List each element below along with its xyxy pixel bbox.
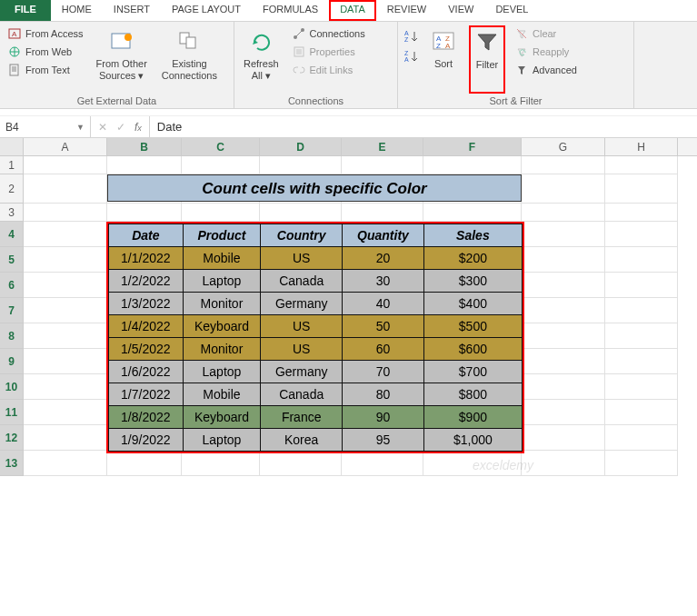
table-row[interactable]: 1/1/2022MobileUS20$200 (109, 247, 523, 270)
table-cell[interactable]: 1/6/2022 (109, 361, 184, 383)
select-all-corner[interactable] (0, 138, 24, 155)
row-header-8[interactable]: 8 (0, 323, 24, 349)
table-cell[interactable]: Germany (261, 361, 343, 383)
table-cell[interactable]: 20 (343, 247, 424, 270)
column-header-C[interactable]: C (182, 138, 260, 155)
tab-insert[interactable]: INSERT (103, 0, 161, 21)
chevron-down-icon[interactable]: ▼ (76, 123, 85, 132)
cell[interactable] (605, 156, 678, 174)
cell[interactable] (24, 400, 107, 425)
table-cell[interactable]: Canada (261, 270, 343, 293)
column-header-F[interactable]: F (423, 138, 522, 155)
table-row[interactable]: 1/6/2022LaptopGermany70$700 (109, 361, 523, 383)
table-cell[interactable]: France (261, 406, 343, 429)
cell[interactable] (605, 349, 678, 374)
table-cell[interactable]: $200 (423, 247, 522, 270)
cell[interactable] (260, 156, 342, 174)
table-cell[interactable]: 1/2/2022 (109, 270, 184, 293)
table-row[interactable]: 1/4/2022KeyboardUS50$500 (109, 315, 523, 338)
table-cell[interactable]: US (261, 315, 343, 338)
sheet-title-cell[interactable]: Count cells with specific Color (107, 174, 522, 202)
cell[interactable] (522, 451, 605, 476)
table-cell[interactable]: 80 (343, 383, 424, 406)
column-header-D[interactable]: D (260, 138, 342, 155)
from-other-sources-button[interactable]: From Other Sources ▾ (93, 25, 151, 94)
table-cell[interactable]: $600 (423, 338, 522, 361)
table-cell[interactable]: Mobile (183, 247, 261, 270)
table-cell[interactable]: Keyboard (183, 406, 261, 429)
row-header-4[interactable]: 4 (0, 222, 24, 247)
cell[interactable] (24, 204, 107, 222)
table-cell[interactable]: Mobile (183, 383, 261, 406)
table-row[interactable]: 1/9/2022LaptopKorea95$1,000 (109, 429, 523, 452)
table-cell[interactable]: Korea (261, 429, 343, 452)
cell[interactable] (24, 374, 107, 400)
table-cell[interactable]: $400 (423, 293, 522, 315)
cell[interactable] (605, 451, 678, 476)
cell[interactable] (605, 425, 678, 451)
row-header-9[interactable]: 9 (0, 349, 24, 374)
cell[interactable] (522, 247, 605, 273)
table-cell[interactable]: $800 (423, 383, 522, 406)
table-row[interactable]: 1/3/2022MonitorGermany40$400 (109, 293, 523, 315)
advanced-button[interactable]: Advanced (513, 62, 579, 78)
row-header-2[interactable]: 2 (0, 174, 24, 204)
table-cell[interactable]: Monitor (183, 293, 261, 315)
table-cell[interactable]: Laptop (183, 429, 261, 452)
table-cell[interactable]: $900 (423, 406, 522, 429)
properties-button[interactable]: Properties (290, 44, 367, 60)
cell[interactable] (24, 425, 107, 451)
table-cell[interactable]: Laptop (183, 270, 261, 293)
cell[interactable] (423, 204, 522, 222)
table-cell[interactable]: Keyboard (183, 315, 261, 338)
cell[interactable] (522, 323, 605, 349)
column-header-E[interactable]: E (342, 138, 423, 155)
cell[interactable] (24, 273, 107, 298)
cell[interactable] (605, 222, 678, 247)
table-cell[interactable]: 1/9/2022 (109, 429, 184, 452)
table-cell[interactable]: $1,000 (423, 429, 522, 452)
from-text-button[interactable]: From Text (5, 62, 85, 78)
cell[interactable] (522, 349, 605, 374)
name-box[interactable]: B4▼ (0, 116, 91, 137)
tab-formulas[interactable]: FORMULAS (252, 0, 329, 21)
cell[interactable] (182, 204, 260, 222)
cell[interactable] (605, 204, 678, 222)
from-access-button[interactable]: A From Access (5, 25, 85, 42)
cell[interactable] (522, 400, 605, 425)
row-header-10[interactable]: 10 (0, 374, 24, 400)
table-cell[interactable]: 50 (343, 315, 424, 338)
edit-links-button[interactable]: Edit Links (290, 62, 367, 78)
cell[interactable] (522, 222, 605, 247)
table-cell[interactable]: 95 (343, 429, 424, 452)
table-cell[interactable]: 30 (343, 270, 424, 293)
cell[interactable] (522, 273, 605, 298)
column-header-G[interactable]: G (522, 138, 605, 155)
row-header-3[interactable]: 3 (0, 204, 24, 222)
cell[interactable] (522, 298, 605, 323)
reapply-button[interactable]: Reapply (513, 44, 579, 60)
sort-button[interactable]: AZZA Sort (425, 25, 462, 94)
tab-page-layout[interactable]: PAGE LAYOUT (161, 0, 252, 21)
cell[interactable] (605, 273, 678, 298)
row-header-11[interactable]: 11 (0, 400, 24, 425)
table-cell[interactable]: $300 (423, 270, 522, 293)
cell[interactable] (423, 451, 522, 476)
from-web-button[interactable]: From Web (5, 44, 85, 60)
table-cell[interactable]: 40 (343, 293, 424, 315)
cell[interactable] (423, 156, 522, 174)
tab-file[interactable]: FILE (0, 0, 51, 21)
table-header[interactable]: Product (183, 224, 261, 247)
cell[interactable] (522, 156, 605, 174)
formula-input[interactable]: Date (150, 116, 697, 137)
table-cell[interactable]: 70 (343, 361, 424, 383)
cell[interactable] (605, 247, 678, 273)
table-cell[interactable]: 1/3/2022 (109, 293, 184, 315)
spreadsheet-grid[interactable]: ABCDEFGH 12345678910111213 Count cells w… (0, 138, 697, 476)
existing-connections-button[interactable]: Existing Connections (158, 25, 221, 94)
cell[interactable] (24, 174, 107, 204)
tab-data[interactable]: DATA (329, 0, 376, 21)
table-cell[interactable]: Germany (261, 293, 343, 315)
cell[interactable] (260, 204, 342, 222)
tab-review[interactable]: REVIEW (376, 0, 437, 21)
